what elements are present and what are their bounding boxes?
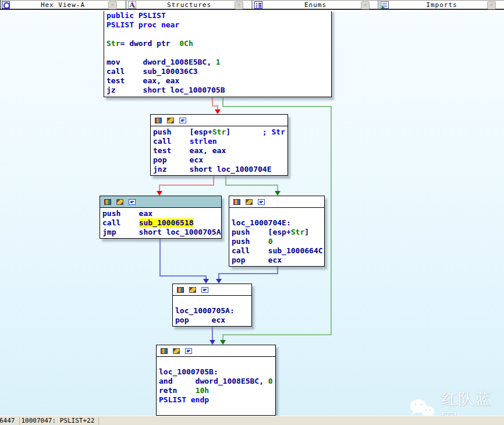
tab-structures[interactable]: Structures — [127, 1, 251, 9]
code-line: push [esp+Str] ; Str — [153, 128, 285, 137]
graph-color-icon[interactable] — [104, 199, 111, 205]
code-line — [175, 297, 249, 306]
code-line: call strlen — [153, 137, 285, 146]
code-line — [107, 48, 329, 58]
edge-true-b1-b6 — [222, 334, 223, 340]
basic-block-loc-1000705B[interactable]: loc_1000705B:and dword_1008E5BC, 0retn 1… — [156, 345, 276, 416]
graph-color-icon[interactable] — [155, 118, 162, 123]
edit-icon[interactable] — [167, 118, 174, 123]
code-line: loc_1000705B: — [159, 367, 273, 377]
disassembly-code[interactable]: loc_1000705A:pop ecx — [173, 296, 251, 325]
code-line: pop ecx — [153, 155, 285, 165]
tab-label: Structures — [127, 1, 251, 9]
status-location: 10007047: PSLIST+22 — [20, 417, 100, 425]
code-line: call sub_100036C3 — [107, 67, 329, 76]
code-line — [159, 358, 273, 367]
close-tab-icon[interactable] — [361, 1, 370, 9]
code-line: test eax, eax — [153, 146, 285, 155]
code-line: Str= dword ptr 0Ch — [107, 39, 329, 48]
disassembly-code[interactable]: public PSLISTPSLIST proc near Str= dword… — [104, 11, 331, 95]
edge-jmp-b3-b5 — [159, 239, 161, 277]
close-tab-icon[interactable] — [108, 1, 117, 9]
arrowhead — [275, 191, 281, 196]
code-line — [107, 30, 329, 39]
code-line: pop ecx — [232, 256, 322, 265]
edge-false-b2-b3 — [159, 185, 214, 186]
code-line: PSLIST proc near — [107, 20, 329, 30]
edge-flow-b5-b6 — [212, 327, 213, 341]
code-line: loc_1000704E: — [232, 218, 322, 228]
code-line: push [esp+Str] — [232, 228, 322, 237]
basic-block-entry[interactable]: public PSLISTPSLIST proc near Str= dword… — [104, 11, 332, 97]
arrowhead — [203, 279, 209, 284]
tab-label: Enums — [253, 1, 378, 9]
basic-block-current[interactable]: push eaxcall sub_10006518jmp short loc_1… — [100, 196, 222, 239]
code-line: retn 10h — [159, 386, 273, 395]
code-line: push eax — [102, 209, 219, 218]
basic-block-loc-1000704E[interactable]: loc_1000704E:push [esp+Str]push 0call su… — [229, 196, 325, 267]
text-view-icon[interactable] — [179, 118, 186, 123]
node-title-bar — [100, 196, 221, 208]
code-line: mov dword_1008E5BC, 1 — [107, 58, 329, 67]
arrowhead — [215, 109, 221, 114]
code-line: push 0 — [232, 237, 322, 246]
edit-icon[interactable] — [173, 348, 180, 354]
wechat-icon — [409, 398, 436, 416]
tab-label: Hex View-A — [1, 1, 125, 9]
edge-true-b1-b6 — [222, 97, 223, 107]
edge-jmp-b3-b5 — [159, 275, 207, 277]
tab-bar: Hex View-A Structures Enums Imports — [0, 0, 504, 10]
graph-color-icon[interactable] — [233, 199, 240, 205]
code-line: call sub_10006518 — [102, 218, 219, 228]
arrowhead — [220, 340, 226, 345]
arrowhead — [157, 191, 162, 196]
node-title-bar — [151, 115, 288, 126]
text-view-icon[interactable] — [129, 199, 136, 205]
text-view-icon[interactable] — [258, 199, 265, 205]
code-line: call sub_1000664C — [232, 246, 322, 256]
edge-false-b1-b2 — [212, 97, 213, 106]
basic-block-strlen[interactable]: push [esp+Str] ; Strcall strlentest eax,… — [150, 114, 288, 176]
code-line: jz short loc_1000705B — [107, 86, 329, 95]
edge-true-b1-b6 — [331, 106, 332, 335]
graph-color-icon[interactable] — [177, 287, 184, 293]
node-title-bar — [229, 196, 324, 208]
graph-view[interactable]: public PSLISTPSLIST proc near Str= dword… — [0, 11, 504, 416]
edge-true-b1-b6 — [222, 106, 332, 107]
disassembly-code[interactable]: push eaxcall sub_10006518jmp short loc_1… — [100, 208, 221, 238]
node-title-bar — [173, 284, 251, 296]
basic-block-loc-1000705A[interactable]: loc_1000705A:pop ecx — [172, 284, 252, 327]
tab-label: Imports — [379, 1, 504, 9]
edge-true-b2-b4 — [225, 185, 278, 186]
code-line: jnz short loc_1000704E — [153, 165, 285, 174]
close-tab-icon[interactable] — [235, 1, 243, 9]
code-line: test eax, eax — [107, 76, 329, 86]
node-title-bar — [157, 345, 275, 357]
graph-color-icon[interactable] — [161, 348, 168, 354]
edge-true-b1-b6 — [222, 334, 332, 335]
edit-icon[interactable] — [116, 199, 123, 205]
disassembly-code[interactable]: loc_1000704E:push [esp+Str]push 0call su… — [229, 208, 324, 265]
status-bar: 6447 10007047: PSLIST+22 — [0, 416, 504, 425]
code-line: and dword_1008E5BC, 0 — [159, 377, 273, 386]
disassembly-code[interactable]: loc_1000705B:and dword_1008E5BC, 0retn 1… — [157, 357, 275, 415]
tab-imports[interactable]: Imports — [379, 1, 504, 9]
status-offset: 6447 — [0, 417, 20, 425]
watermark-text: 红队蓝军 — [441, 388, 504, 416]
code-line: public PSLIST — [107, 11, 329, 20]
edge-flow-b4-b5 — [218, 273, 278, 274]
disassembly-code[interactable]: push [esp+Str] ; Strcall strlentest eax,… — [151, 126, 288, 175]
code-line: PSLIST endp — [159, 395, 273, 405]
tab-hex-view[interactable]: Hex View-A — [1, 1, 125, 9]
tab-enums[interactable]: Enums — [253, 1, 378, 9]
close-tab-icon[interactable] — [487, 1, 496, 9]
code-line: loc_1000705A: — [175, 306, 249, 316]
code-line: pop ecx — [175, 316, 249, 325]
text-view-icon[interactable] — [185, 348, 192, 354]
text-view-icon[interactable] — [201, 287, 208, 293]
edit-icon[interactable] — [246, 199, 253, 205]
edit-icon[interactable] — [189, 287, 196, 293]
code-line: jmp short loc_1000705A — [102, 228, 219, 237]
arrowhead — [216, 279, 222, 284]
code-line — [232, 209, 322, 218]
